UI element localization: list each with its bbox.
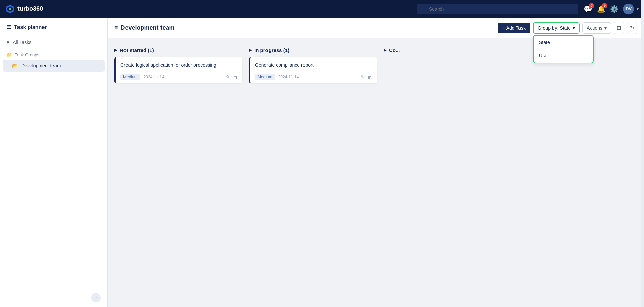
list-icon: ≡ bbox=[7, 40, 9, 45]
task-title: Generate compliance report bbox=[255, 62, 372, 69]
group-by-label: Group by: State bbox=[538, 25, 571, 31]
dropdown-item-state[interactable]: State bbox=[534, 36, 593, 49]
notification-badge: 3 bbox=[589, 3, 594, 8]
title-text: Development team bbox=[121, 24, 175, 31]
view-toggle-button[interactable]: ⊞ bbox=[614, 22, 624, 34]
priority-badge: Medium bbox=[120, 74, 140, 80]
task-groups-label: Task Groups bbox=[15, 52, 39, 57]
search-input[interactable] bbox=[417, 4, 578, 14]
logo-icon bbox=[5, 4, 15, 14]
main-header: ≡ Development team + Add Task Group by: … bbox=[108, 18, 644, 38]
dropdown-item-user[interactable]: User bbox=[534, 49, 593, 63]
user-menu[interactable]: DV ▾ bbox=[623, 4, 639, 14]
sidebar: ☰ Task planner ≡ All Tasks 📁 Task Groups… bbox=[0, 18, 108, 307]
collapse-button[interactable]: ‹ bbox=[91, 293, 101, 302]
task-groups-section: 📁 Task Groups bbox=[0, 48, 107, 60]
alerts-button[interactable]: 🔔 5 bbox=[597, 5, 605, 13]
delete-icon[interactable]: 🗑 bbox=[233, 74, 238, 80]
refresh-button[interactable]: ↻ bbox=[627, 22, 637, 34]
notifications-button[interactable]: 💬 3 bbox=[584, 5, 592, 13]
scrollbar-track bbox=[641, 18, 644, 307]
column-in-progress: ▶ In progress (1) Generate compliance re… bbox=[249, 45, 377, 300]
folder-open-icon: 📂 bbox=[12, 63, 18, 68]
task-date: 2024-11-14 bbox=[278, 75, 357, 79]
group-by-dropdown-menu: State User bbox=[533, 35, 594, 63]
group-by-button[interactable]: Group by: State ▾ bbox=[533, 22, 580, 34]
add-task-label: + Add Task bbox=[502, 25, 526, 31]
group-by-chevron-icon: ▾ bbox=[573, 25, 575, 31]
board: ▶ Not started (1) Create logical applica… bbox=[108, 38, 644, 307]
task-footer: Medium 2024-11-14 ✎ 🗑 bbox=[255, 74, 372, 80]
add-task-button[interactable]: + Add Task bbox=[498, 23, 530, 33]
title-icon: ≡ bbox=[114, 24, 118, 31]
gear-icon: ⚙️ bbox=[610, 5, 618, 13]
development-team-label: Development team bbox=[21, 63, 61, 68]
edit-icon[interactable]: ✎ bbox=[361, 74, 365, 80]
search-wrapper: 🔍 bbox=[417, 4, 578, 14]
column-completed: ▶ Co... bbox=[384, 45, 511, 300]
column-header-completed: ▶ Co... bbox=[384, 45, 511, 57]
actions-label: Actions bbox=[587, 25, 602, 31]
delete-icon[interactable]: 🗑 bbox=[367, 74, 372, 80]
task-date: 2024-11-14 bbox=[144, 75, 223, 79]
header-actions: 💬 3 🔔 5 ⚙️ DV ▾ bbox=[584, 4, 639, 14]
refresh-icon: ↻ bbox=[630, 25, 634, 31]
group-by-dropdown-container: Group by: State ▾ State User bbox=[533, 22, 580, 34]
avatar: DV bbox=[623, 4, 634, 14]
user-chevron-icon: ▾ bbox=[637, 7, 639, 11]
app-name: turbo360 bbox=[17, 5, 43, 12]
actions-chevron-icon: ▾ bbox=[604, 25, 607, 31]
folder-icon: 📁 bbox=[7, 52, 12, 57]
task-planner-icon: ☰ bbox=[7, 24, 11, 30]
app-logo[interactable]: turbo360 bbox=[5, 4, 43, 14]
column-header-not-started: ▶ Not started (1) bbox=[114, 45, 242, 57]
priority-badge: Medium bbox=[255, 74, 275, 80]
all-tasks-label: All Tasks bbox=[13, 40, 31, 45]
column-header-in-progress: ▶ In progress (1) bbox=[249, 45, 377, 57]
task-actions: ✎ 🗑 bbox=[226, 74, 238, 80]
main-content: ≡ Development team + Add Task Group by: … bbox=[108, 18, 644, 307]
column-title-completed: Co... bbox=[389, 47, 400, 53]
sidebar-title: Task planner bbox=[14, 24, 47, 30]
column-title-in-progress: In progress (1) bbox=[254, 47, 289, 53]
edit-icon[interactable]: ✎ bbox=[226, 74, 230, 80]
page-title: ≡ Development team bbox=[114, 24, 494, 31]
actions-button[interactable]: Actions ▾ bbox=[582, 22, 611, 34]
task-actions: ✎ 🗑 bbox=[361, 74, 372, 80]
column-arrow-completed: ▶ bbox=[384, 48, 386, 52]
alert-badge: 5 bbox=[602, 3, 607, 8]
column-title-not-started: Not started (1) bbox=[120, 47, 154, 53]
sidebar-item-development-team[interactable]: 📂 Development team bbox=[3, 60, 105, 72]
column-not-started: ▶ Not started (1) Create logical applica… bbox=[114, 45, 242, 300]
toolbar: + Add Task Group by: State ▾ State User bbox=[498, 22, 637, 34]
task-card: Generate compliance report Medium 2024-1… bbox=[249, 57, 377, 83]
sidebar-header: ☰ Task planner bbox=[0, 18, 107, 36]
grid-icon: ⊞ bbox=[617, 25, 621, 31]
sidebar-item-all-tasks[interactable]: ≡ All Tasks bbox=[0, 36, 107, 48]
collapse-section: ‹ bbox=[0, 288, 107, 307]
task-footer: Medium 2024-11-14 ✎ 🗑 bbox=[120, 74, 238, 80]
column-arrow-not-started: ▶ bbox=[114, 48, 117, 52]
settings-button[interactable]: ⚙️ bbox=[610, 5, 618, 13]
task-title: Create logical application for order pro… bbox=[120, 62, 238, 69]
column-arrow-in-progress: ▶ bbox=[249, 48, 252, 52]
task-card: Create logical application for order pro… bbox=[114, 57, 242, 83]
collapse-icon: ‹ bbox=[95, 295, 97, 300]
